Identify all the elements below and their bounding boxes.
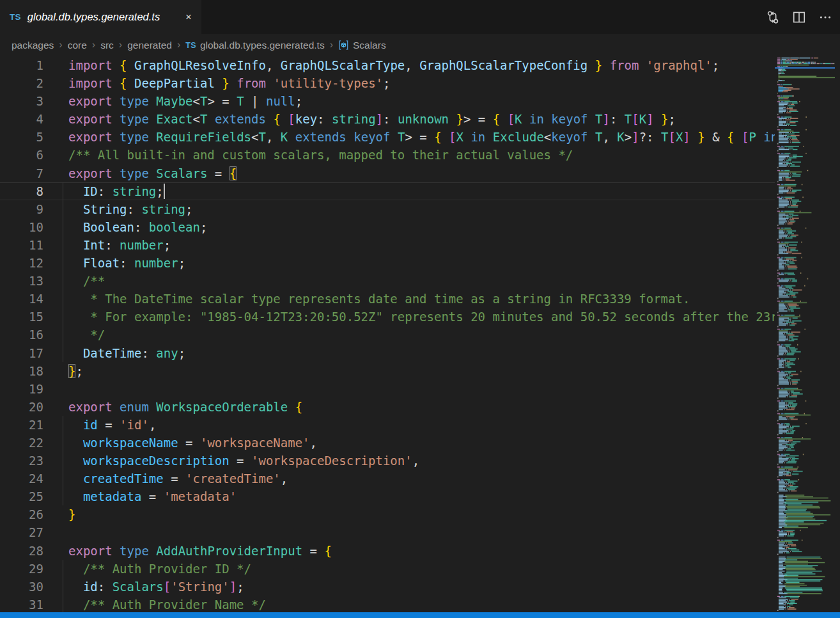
code-line-4[interactable]: 4export type Exact<T extends { [key: str… xyxy=(0,110,775,128)
code-line-11[interactable]: 11 Int: number; xyxy=(0,236,775,254)
line-number[interactable]: 19 xyxy=(0,380,43,398)
close-tab-icon[interactable]: × xyxy=(183,10,194,24)
line-number[interactable]: 17 xyxy=(0,344,43,362)
line-number[interactable]: 13 xyxy=(0,272,43,290)
code-line-18[interactable]: 18}; xyxy=(0,362,775,380)
line-number[interactable]: 12 xyxy=(0,254,43,272)
code-line-1[interactable]: 1import { GraphQLResolveInfo, GraphQLSca… xyxy=(0,56,775,74)
indent-guide xyxy=(63,470,63,487)
code-text: */ xyxy=(68,326,105,344)
code-line-9[interactable]: 9 String: string; xyxy=(0,200,775,218)
code-line-27[interactable]: 27 xyxy=(0,523,775,541)
code-line-28[interactable]: 28export type AddAuthProviderInput = { xyxy=(0,542,775,560)
indent-guide xyxy=(63,326,63,344)
indent-guide xyxy=(63,452,63,470)
line-number[interactable]: 25 xyxy=(0,487,43,505)
indent-guide xyxy=(63,254,63,272)
line-number[interactable]: 6 xyxy=(0,146,43,164)
line-number[interactable]: 22 xyxy=(0,434,43,452)
line-number[interactable]: 20 xyxy=(0,398,43,416)
indent-guide xyxy=(63,416,63,434)
code-text: export type Exact<T extends { [key: stri… xyxy=(68,110,676,128)
breadcrumb-item-core[interactable]: core xyxy=(68,40,87,51)
line-number[interactable]: 15 xyxy=(0,308,43,326)
line-number[interactable]: 21 xyxy=(0,416,43,434)
code-line-17[interactable]: 17 DateTime: any; xyxy=(0,344,775,362)
line-number[interactable]: 8 xyxy=(0,182,43,200)
line-number[interactable]: 1 xyxy=(0,56,43,74)
breadcrumb-item-file[interactable]: TSglobal.db.types.generated.ts xyxy=(185,40,324,51)
code-line-8[interactable]: 8 ID: string; xyxy=(0,182,775,200)
code-line-12[interactable]: 12 Float: number; xyxy=(0,254,775,272)
tab-title: global.db.types.generated.ts xyxy=(27,11,177,23)
code-line-20[interactable]: 20export enum WorkspaceOrderable { xyxy=(0,398,775,416)
line-number[interactable]: 27 xyxy=(0,523,43,541)
breadcrumb-item-generated[interactable]: generated xyxy=(127,40,172,51)
line-number[interactable]: 24 xyxy=(0,470,43,487)
code-line-16[interactable]: 16 */ xyxy=(0,326,775,344)
open-changes-icon[interactable] xyxy=(765,9,781,26)
code-line-19[interactable]: 19 xyxy=(0,380,775,398)
code-editor[interactable]: 1import { GraphQLResolveInfo, GraphQLSca… xyxy=(0,56,775,612)
line-number[interactable]: 23 xyxy=(0,452,43,470)
code-text: export type Maybe<T> = T | null; xyxy=(68,92,302,110)
code-line-15[interactable]: 15 * For example: "1985-04-12T23:20:50.5… xyxy=(0,308,775,326)
status-bar[interactable] xyxy=(0,612,840,618)
code-line-26[interactable]: 26} xyxy=(0,505,775,523)
line-number[interactable]: 14 xyxy=(0,290,43,308)
typescript-file-icon: TS xyxy=(185,41,196,50)
code-text: DateTime: any; xyxy=(68,344,185,362)
breadcrumb: packages›core›src›generated›TSglobal.db.… xyxy=(0,34,840,56)
breadcrumb-separator: › xyxy=(59,40,62,50)
code-text: String: string; xyxy=(68,200,193,218)
breadcrumb-item-src[interactable]: src xyxy=(100,40,114,51)
code-text: createdTime = 'createdTime', xyxy=(68,470,288,487)
editor-actions xyxy=(765,0,840,34)
line-number[interactable]: 16 xyxy=(0,326,43,344)
line-number[interactable]: 29 xyxy=(0,560,43,578)
code-text: /** Auth Provider ID */ xyxy=(68,560,251,578)
code-line-24[interactable]: 24 createdTime = 'createdTime', xyxy=(0,470,775,487)
indent-guide xyxy=(63,560,63,578)
text-cursor xyxy=(164,184,165,199)
code-line-14[interactable]: 14 * The DateTime scalar type represents… xyxy=(0,290,775,308)
code-line-30[interactable]: 30 id: Scalars['String']; xyxy=(0,578,775,596)
code-line-21[interactable]: 21 id = 'id', xyxy=(0,416,775,434)
code-line-13[interactable]: 13 /** xyxy=(0,272,775,290)
code-line-5[interactable]: 5export type RequireFields<T, K extends … xyxy=(0,128,775,146)
breadcrumb-item-symbol[interactable]: Scalars xyxy=(338,40,386,51)
line-number[interactable]: 18 xyxy=(0,362,43,380)
line-number[interactable]: 10 xyxy=(0,218,43,236)
code-line-29[interactable]: 29 /** Auth Provider ID */ xyxy=(0,560,775,578)
line-number[interactable]: 30 xyxy=(0,578,43,596)
breadcrumb-item-packages[interactable]: packages xyxy=(12,40,54,51)
code-line-3[interactable]: 3export type Maybe<T> = T | null; xyxy=(0,92,775,110)
code-text: Int: number; xyxy=(68,236,171,254)
indent-guide xyxy=(63,200,63,218)
code-line-23[interactable]: 23 workspaceDescription = 'workspaceDesc… xyxy=(0,452,775,470)
tab-global-db-types-generated[interactable]: TS global.db.types.generated.ts × xyxy=(0,0,201,34)
code-line-2[interactable]: 2import { DeepPartial } from 'utility-ty… xyxy=(0,74,775,92)
code-line-25[interactable]: 25 metadata = 'metadata' xyxy=(0,487,775,505)
line-number[interactable]: 11 xyxy=(0,236,43,254)
code-line-6[interactable]: 6/** All built-in and custom scalars, ma… xyxy=(0,146,775,164)
more-actions-icon[interactable] xyxy=(817,9,834,26)
split-editor-icon[interactable] xyxy=(791,9,807,26)
line-number[interactable]: 3 xyxy=(0,92,43,110)
code-line-22[interactable]: 22 workspaceName = 'workspaceName', xyxy=(0,434,775,452)
line-number[interactable]: 4 xyxy=(0,110,43,128)
code-line-7[interactable]: 7export type Scalars = { xyxy=(0,164,775,182)
breadcrumb-separator: › xyxy=(92,40,95,50)
line-number[interactable]: 2 xyxy=(0,74,43,92)
line-number[interactable]: 26 xyxy=(0,505,43,523)
code-line-31[interactable]: 31 /** Auth Provider Name */ xyxy=(0,596,775,612)
minimap[interactable] xyxy=(775,56,840,612)
line-number[interactable]: 7 xyxy=(0,164,43,182)
indent-guide xyxy=(63,578,63,596)
code-text: id: Scalars['String']; xyxy=(68,578,244,596)
line-number[interactable]: 28 xyxy=(0,542,43,560)
line-number[interactable]: 31 xyxy=(0,596,43,612)
code-line-10[interactable]: 10 Boolean: boolean; xyxy=(0,218,775,236)
line-number[interactable]: 5 xyxy=(0,128,43,146)
line-number[interactable]: 9 xyxy=(0,200,43,218)
